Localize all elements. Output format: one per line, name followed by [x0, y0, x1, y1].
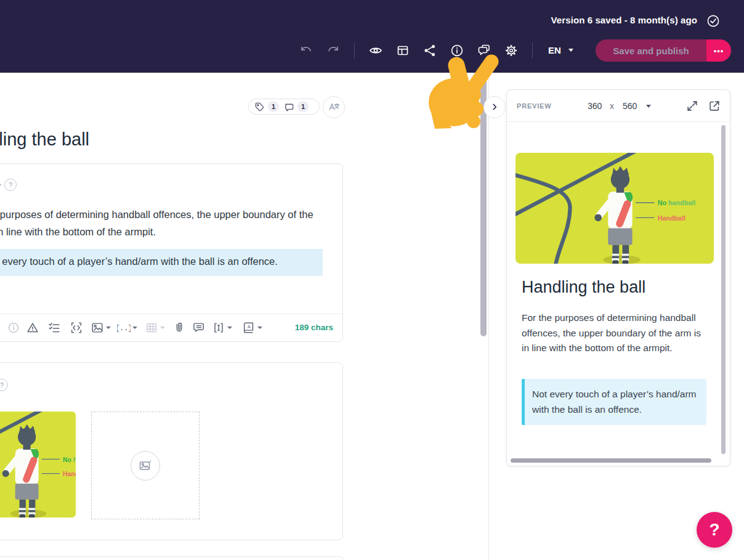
char-count: 189 chars — [272, 323, 333, 332]
info-icon[interactable] — [7, 321, 20, 335]
paragraph-line-1[interactable]: For the purposes of determining handball… — [0, 209, 313, 221]
svg-text:{..}: {..} — [117, 324, 131, 333]
navbar-divider — [532, 43, 533, 59]
settings-gear-icon[interactable] — [504, 43, 519, 58]
code-icon[interactable] — [70, 321, 83, 335]
preview-header: PREVIEW 360 x 560 — [507, 90, 730, 122]
highlight-text[interactable]: Not every touch of a player’s hand/arm w… — [0, 256, 278, 267]
save-and-publish-button[interactable]: Save and publish — [596, 39, 706, 62]
text-selection-dropdown-caret[interactable] — [227, 327, 232, 329]
tags-comments-pill[interactable]: 1 1 — [248, 99, 320, 115]
image-thumbnail[interactable] — [0, 412, 76, 517]
top-navbar: Version 6 saved - 8 month(s) ago — [0, 0, 744, 73]
undo-icon[interactable] — [299, 43, 313, 58]
open-in-new-icon[interactable] — [708, 99, 721, 113]
toolbar-divider — [0, 314, 343, 314]
text-selection-icon[interactable] — [212, 321, 225, 335]
glossary-icon[interactable]: A — [242, 321, 256, 335]
panel-divider — [488, 73, 489, 560]
layout-icon[interactable] — [395, 43, 410, 58]
help-icon[interactable]: ? — [4, 179, 17, 191]
checklist-icon[interactable] — [47, 321, 61, 335]
help-icon[interactable]: ? — [0, 379, 8, 391]
table-icon[interactable] — [145, 321, 158, 335]
svg-text:A: A — [248, 324, 251, 330]
variables-dropdown-caret[interactable] — [132, 327, 137, 329]
info-icon[interactable] — [450, 43, 464, 58]
empty-image-placeholder[interactable] — [91, 412, 200, 519]
next-block-card-edge — [0, 556, 344, 560]
paragraph-line-2[interactable]: arm is in line with the bottom of the ar… — [0, 226, 156, 238]
translate-button[interactable] — [323, 96, 345, 118]
attachment-icon[interactable] — [172, 321, 186, 335]
dimension-separator: x — [610, 101, 614, 111]
share-icon[interactable] — [423, 43, 437, 58]
label-fragment — [0, 184, 1, 185]
chevron-down-icon — [568, 49, 573, 52]
image-icon[interactable] — [91, 321, 104, 335]
preview-height-value[interactable]: 560 — [623, 101, 637, 111]
preview-width-value[interactable]: 360 — [588, 101, 602, 111]
preview-label: PREVIEW — [517, 102, 551, 110]
tag-icon — [254, 102, 265, 112]
version-status: Version 6 saved - 8 month(s) ago — [551, 15, 697, 25]
authoring-app: Version 6 saved - 8 month(s) ago — [0, 0, 744, 560]
expand-preview-icon[interactable] — [685, 99, 699, 113]
warning-icon[interactable] — [26, 321, 39, 335]
lesson-title[interactable]: Handling the ball — [0, 129, 89, 150]
saved-check-icon — [706, 14, 721, 28]
dimension-dropdown-caret[interactable] — [646, 105, 651, 108]
help-button[interactable]: ? — [697, 512, 732, 548]
variables-icon[interactable]: {..} — [117, 321, 131, 335]
table-dropdown-caret[interactable] — [160, 327, 165, 329]
preview-panel: PREVIEW 360 x 560 Handling the ball For … — [506, 89, 730, 466]
image-dropdown-caret[interactable] — [106, 327, 111, 329]
preview-card-title: Handling the ball — [522, 278, 645, 297]
glossary-dropdown-caret[interactable] — [257, 327, 262, 329]
collapse-preview-button[interactable] — [483, 96, 506, 118]
redo-icon[interactable] — [326, 43, 341, 58]
comments-icon[interactable] — [477, 43, 491, 58]
note-icon[interactable] — [192, 321, 206, 335]
preview-eye-icon[interactable] — [368, 43, 383, 58]
preview-scrollbar-vertical[interactable] — [721, 125, 726, 454]
add-image-icon — [131, 451, 160, 481]
navbar-divider — [354, 43, 355, 59]
preview-scrollbar-horizontal[interactable] — [511, 458, 711, 463]
comments-count-badge: 1 — [297, 101, 309, 112]
tags-count-badge: 1 — [268, 101, 279, 112]
translate-icon — [328, 101, 340, 113]
more-options-button[interactable]: ••• — [706, 39, 731, 62]
language-selector[interactable]: EN — [548, 45, 573, 55]
language-label: EN — [548, 45, 561, 55]
comment-icon — [284, 102, 294, 112]
preview-card-paragraph: For the purposes of determining handball… — [522, 310, 703, 356]
preview-card-note: Not every touch of a player’s hand/arm w… — [522, 379, 706, 425]
preview-illustration — [516, 153, 714, 264]
